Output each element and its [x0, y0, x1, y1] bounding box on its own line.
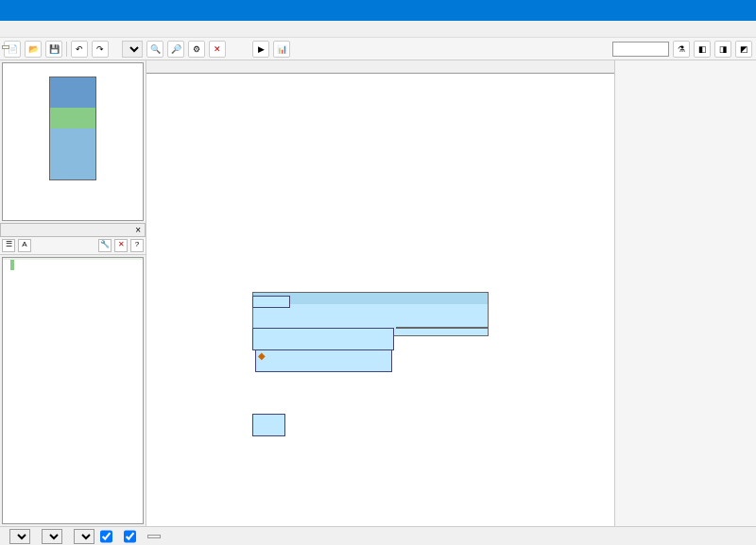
save-icon[interactable]: 💾	[45, 41, 62, 58]
palette-icon-2[interactable]: ◨	[714, 41, 731, 58]
property-tree[interactable]	[2, 257, 144, 524]
filter-icon[interactable]: ⚗	[673, 41, 690, 58]
prop-tool-icon[interactable]: 🔧	[98, 239, 112, 252]
connect-button[interactable]	[147, 535, 161, 538]
titlebar	[0, 0, 756, 21]
xy-block[interactable]	[252, 414, 285, 436]
tft-display-block[interactable]: ◆	[255, 349, 392, 372]
serial-icon[interactable]: 📊	[273, 41, 290, 58]
spi-block[interactable]	[252, 328, 394, 350]
reset-checkbox[interactable]	[100, 529, 112, 544]
zoom-out-icon[interactable]: 🔎	[167, 41, 184, 58]
toolbar: 📄 📂 💾 ↶ ↷ 🔍 🔎 ⚙ ✕ ▶ 📊 ⚗ ◧ ◨ ◩	[0, 38, 756, 60]
properties-header: ×	[0, 223, 146, 237]
format-select[interactable]	[74, 529, 94, 544]
tree-misc[interactable]	[3, 260, 143, 270]
main: × ☰ A 🔧 ✕ ?	[0, 60, 756, 526]
palette-icon-3[interactable]: ◩	[735, 41, 752, 58]
left-panel: × ☰ A 🔧 ✕ ?	[0, 60, 146, 526]
ruler-horizontal	[146, 60, 614, 74]
zoom-in-icon[interactable]: 🔍	[146, 41, 163, 58]
menubar	[0, 21, 756, 38]
clock-block[interactable]	[252, 296, 290, 308]
overview-thumb	[49, 77, 96, 180]
props-close-icon[interactable]: ×	[135, 225, 141, 235]
prop-help-icon[interactable]: ?	[130, 239, 144, 252]
open-icon[interactable]: 📂	[25, 41, 42, 58]
overview-pane[interactable]	[2, 62, 144, 221]
tooltip	[2, 45, 9, 49]
tool-icon[interactable]: ⚙	[188, 41, 205, 58]
port-select[interactable]	[9, 529, 30, 544]
statusbar	[0, 526, 756, 545]
prop-az-icon[interactable]: A	[18, 239, 31, 252]
palette-icon-1[interactable]: ◧	[694, 41, 711, 58]
undo-icon[interactable]: ↶	[71, 41, 88, 58]
redo-icon[interactable]: ↷	[92, 41, 109, 58]
search-input[interactable]	[612, 42, 669, 57]
prop-del-icon[interactable]: ✕	[114, 239, 128, 252]
prop-toolbar: ☰ A 🔧 ✕ ?	[0, 237, 146, 255]
prop-cat-icon[interactable]: ☰	[2, 239, 15, 252]
log-checkbox[interactable]	[124, 529, 136, 544]
palette	[614, 60, 756, 526]
microsd-block[interactable]	[396, 327, 489, 329]
speed-select[interactable]	[42, 529, 62, 544]
zoom-select[interactable]	[122, 41, 143, 58]
canvas[interactable]: ◆	[146, 60, 614, 526]
upload-icon[interactable]: ▶	[252, 41, 269, 58]
delete-icon[interactable]: ✕	[209, 41, 226, 58]
